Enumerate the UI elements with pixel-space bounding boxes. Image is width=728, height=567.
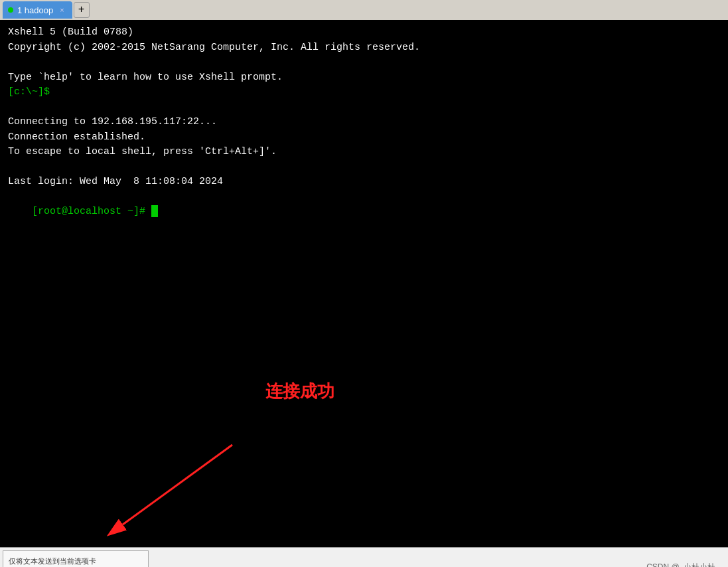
svg-line-1 <box>123 445 232 525</box>
status-hint-text: 仅将文本发送到当前选项卡 <box>9 556 143 566</box>
terminal-line-8: Connection established. <box>8 130 720 145</box>
annotation-text: 连接成功 <box>265 378 334 404</box>
terminal-line-11: Last login: Wed May 8 11:08:04 2024 <box>8 175 720 190</box>
terminal-cursor <box>151 205 158 217</box>
status-bar: 仅将文本发送到当前选项卡 已连接 192.168.195.117:22。 CSD… <box>0 547 728 567</box>
terminal-line-5: [c:\~]$ <box>8 85 720 100</box>
tab-status-dot <box>8 7 13 13</box>
terminal-line-12: [root@localhost ~]# <box>8 190 720 235</box>
prompt-text: [root@localhost ~]# <box>32 206 151 217</box>
status-left-panel: 仅将文本发送到当前选项卡 已连接 192.168.195.117:22。 <box>3 550 149 567</box>
terminal-area[interactable]: Xshell 5 (Build 0788) Copyright (c) 2002… <box>0 20 728 547</box>
terminal-line-2: Copyright (c) 2002-2015 NetSarang Comput… <box>8 40 720 56</box>
terminal-line-7: Connecting to 192.168.195.117:22... <box>8 115 720 130</box>
terminal-line-10 <box>8 160 720 175</box>
terminal-line-3 <box>8 55 720 70</box>
status-watermark: CSDN @_小杜小杜_ <box>646 548 728 567</box>
terminal-line-1: Xshell 5 (Build 0788) <box>8 25 720 40</box>
terminal-line-4: Type `help' to learn how to use Xshell p… <box>8 70 720 86</box>
tab-label: 1 hadoop <box>17 5 53 15</box>
terminal-line-9: To escape to local shell, press 'Ctrl+Al… <box>8 145 720 160</box>
new-tab-button[interactable]: + <box>74 2 90 18</box>
tab-close-button[interactable]: × <box>60 6 64 14</box>
tab-bar: 1 hadoop × + <box>0 0 728 20</box>
tab-hadoop[interactable]: 1 hadoop × <box>3 1 72 19</box>
terminal-line-6 <box>8 100 720 116</box>
